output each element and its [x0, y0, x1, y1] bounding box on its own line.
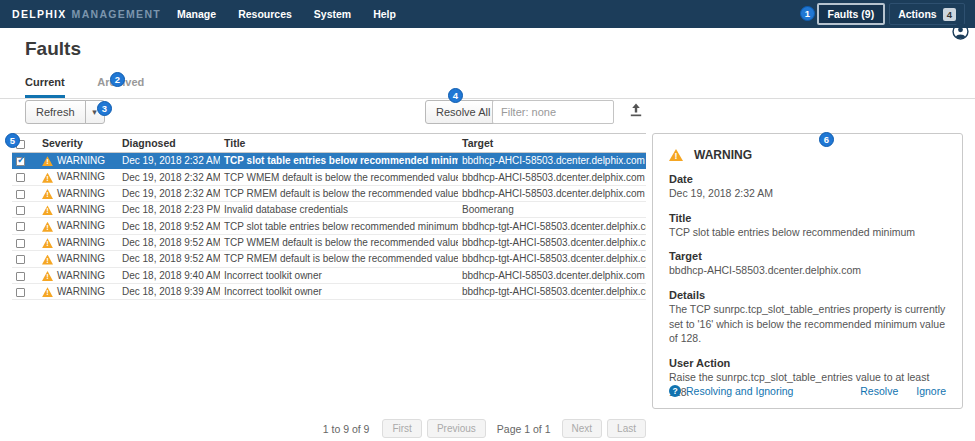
diagnosed-cell: Dec 19, 2018 2:32 AM: [118, 169, 220, 185]
faults-button[interactable]: Faults (9): [817, 3, 886, 25]
target-cell: bbdhcp-AHCI-58503.dcenter.delphix.com: [458, 185, 646, 201]
row-checkbox[interactable]: [16, 157, 25, 166]
callout-1: 1: [800, 6, 815, 21]
warning-icon: [42, 255, 53, 265]
brand-suffix: MANAGEMENT: [72, 8, 161, 20]
column-header-diagnosed[interactable]: Diagnosed: [118, 134, 220, 153]
table-row[interactable]: WARNINGDec 18, 2018 2:23 PMInvalid datab…: [12, 202, 646, 218]
refresh-button-group: Refresh: [25, 100, 105, 124]
detail-target-label: Target: [669, 250, 946, 262]
detail-footer: Resolving and Ignoring Resolve Ignore: [669, 385, 946, 397]
severity-label: WARNING: [57, 270, 105, 281]
ignore-link[interactable]: Ignore: [916, 385, 946, 397]
pagination-first-button[interactable]: First: [382, 419, 421, 438]
warning-icon: [42, 271, 53, 281]
title-cell: TCP RMEM default is below the recommende…: [220, 251, 458, 267]
table-row[interactable]: WARNINGDec 18, 2018 9:40 AMIncorrect too…: [12, 267, 646, 283]
tab-current[interactable]: Current: [25, 76, 65, 98]
severity-label: WARNING: [57, 286, 105, 297]
resolving-ignoring-help-link[interactable]: Resolving and Ignoring: [669, 385, 793, 397]
row-checkbox[interactable]: [16, 222, 25, 231]
filter-input[interactable]: [492, 100, 614, 124]
diagnosed-cell: Dec 19, 2018 2:32 AM: [118, 153, 220, 169]
row-checkbox[interactable]: [16, 206, 25, 215]
warning-icon: [42, 173, 53, 183]
actions-label: Actions: [898, 8, 937, 20]
severity-label: WARNING: [57, 155, 105, 166]
detail-title-label: Title: [669, 212, 946, 224]
faults-table: Severity Diagnosed Title Target WARNINGD…: [12, 133, 646, 300]
title-cell: TCP slot table entries below recommended…: [220, 218, 458, 234]
diagnosed-cell: Dec 18, 2018 9:39 AM: [118, 283, 220, 299]
target-cell: bbdhcp-tgt-AHCI-58503.dcenter.delphix.co…: [458, 218, 646, 234]
resolve-all-button[interactable]: Resolve All: [425, 100, 501, 124]
column-header-target[interactable]: Target: [458, 134, 646, 153]
pagination-summary: 1 to 9 of 9: [323, 423, 370, 435]
export-icon[interactable]: [629, 103, 643, 120]
pagination-page-indicator: Page 1 of 1: [497, 423, 551, 435]
callout-6: 6: [819, 132, 834, 147]
nav-item-help[interactable]: Help: [373, 8, 396, 20]
row-checkbox[interactable]: [16, 255, 25, 264]
pagination-last-button[interactable]: Last: [607, 419, 646, 438]
help-icon: [669, 385, 681, 397]
detail-details-value: The TCP sunrpc.tcp_slot_table_entries pr…: [669, 302, 946, 346]
table-row[interactable]: WARNINGDec 18, 2018 9:52 AMTCP slot tabl…: [12, 218, 646, 234]
target-cell: bbdhcp-tgt-AHCI-58503.dcenter.delphix.co…: [458, 234, 646, 250]
pagination-previous-button[interactable]: Previous: [427, 419, 486, 438]
severity-label: WARNING: [57, 171, 105, 182]
callout-3: 3: [97, 101, 112, 116]
title-cell: Invalid database credentials: [220, 202, 458, 218]
title-cell: TCP slot table entries below recommended…: [220, 153, 458, 169]
pagination: 1 to 9 of 9 First Previous Page 1 of 1 N…: [12, 419, 646, 438]
row-checkbox[interactable]: [16, 288, 25, 297]
diagnosed-cell: Dec 18, 2018 9:52 AM: [118, 218, 220, 234]
fault-table-body: WARNINGDec 19, 2018 2:32 AMTCP slot tabl…: [12, 153, 646, 300]
nav-right: Faults (9) Actions 4: [817, 3, 965, 25]
title-cell: TCP RMEM default is below the recommende…: [220, 185, 458, 201]
actions-button[interactable]: Actions 4: [889, 3, 965, 25]
nav-item-system[interactable]: System: [314, 8, 351, 20]
warning-icon: [42, 189, 53, 199]
target-cell: bbdhcp-AHCI-58503.dcenter.delphix.com: [458, 169, 646, 185]
table-row[interactable]: WARNINGDec 19, 2018 2:32 AMTCP slot tabl…: [12, 153, 646, 169]
table-row[interactable]: WARNINGDec 19, 2018 2:32 AMTCP WMEM defa…: [12, 169, 646, 185]
table-row[interactable]: WARNINGDec 18, 2018 9:52 AMTCP WMEM defa…: [12, 234, 646, 250]
table-row[interactable]: WARNINGDec 18, 2018 9:39 AMIncorrect too…: [12, 283, 646, 299]
user-account-icon[interactable]: [952, 23, 969, 40]
fault-detail-panel: WARNING Date Dec 19, 2018 2:32 AM Title …: [652, 133, 963, 409]
table-row[interactable]: WARNINGDec 19, 2018 2:32 AMTCP RMEM defa…: [12, 185, 646, 201]
detail-date-value: Dec 19, 2018 2:32 AM: [669, 186, 946, 201]
detail-severity-header: WARNING: [669, 148, 946, 162]
callout-4: 4: [448, 88, 463, 103]
warning-icon: [42, 238, 53, 248]
delphix-logo: DELPHIXMANAGEMENT: [12, 8, 161, 20]
target-cell: bbdhcp-AHCI-58503.dcenter.delphix.com: [458, 153, 646, 169]
diagnosed-cell: Dec 19, 2018 2:32 AM: [118, 185, 220, 201]
detail-target-value: bbdhcp-AHCI-58503.dcenter.delphix.com: [669, 263, 946, 278]
tab-bar: Current Archived: [0, 64, 975, 99]
column-header-title[interactable]: Title: [220, 134, 458, 153]
actions-count-badge: 4: [943, 8, 956, 21]
refresh-button[interactable]: Refresh: [25, 100, 86, 124]
resolve-link[interactable]: Resolve: [860, 385, 898, 397]
pagination-next-button[interactable]: Next: [562, 419, 603, 438]
row-checkbox[interactable]: [16, 190, 25, 199]
warning-icon: [42, 287, 53, 297]
row-checkbox[interactable]: [16, 173, 25, 182]
row-checkbox[interactable]: [16, 239, 25, 248]
nav-item-resources[interactable]: Resources: [238, 8, 292, 20]
nav-item-manage[interactable]: Manage: [177, 8, 216, 20]
warning-icon: [42, 205, 53, 215]
warning-icon: [669, 149, 683, 161]
column-header-severity[interactable]: Severity: [38, 134, 118, 153]
row-checkbox[interactable]: [16, 272, 25, 281]
table-row[interactable]: WARNINGDec 18, 2018 9:52 AMTCP RMEM defa…: [12, 251, 646, 267]
target-cell: Boomerang: [458, 202, 646, 218]
detail-user-action-label: User Action: [669, 357, 946, 369]
help-link-label: Resolving and Ignoring: [686, 385, 793, 397]
callout-5: 5: [5, 133, 20, 148]
severity-label: WARNING: [57, 188, 105, 199]
detail-title-value: TCP slot table entries below recommended…: [669, 225, 946, 240]
diagnosed-cell: Dec 18, 2018 9:52 AM: [118, 251, 220, 267]
